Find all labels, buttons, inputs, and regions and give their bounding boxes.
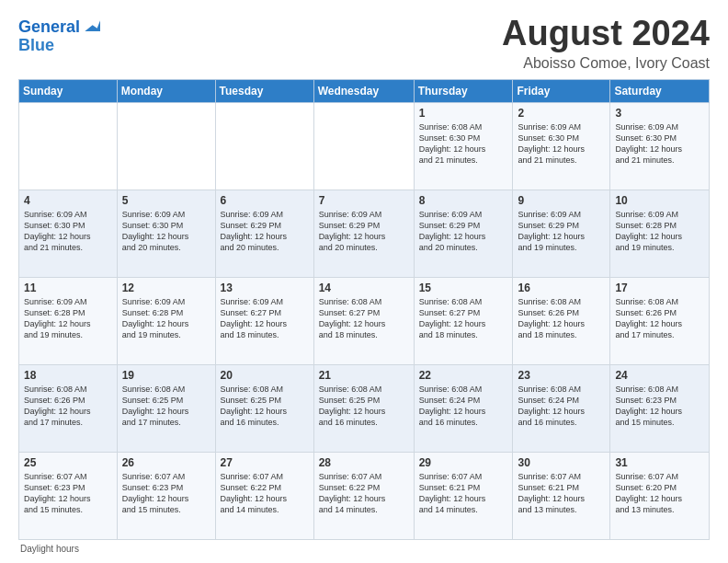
calendar-cell: 26Sunrise: 6:07 AM Sunset: 6:23 PM Dayli…	[117, 452, 215, 539]
calendar-week-row: 25Sunrise: 6:07 AM Sunset: 6:23 PM Dayli…	[19, 452, 710, 539]
calendar-cell: 13Sunrise: 6:09 AM Sunset: 6:27 PM Dayli…	[215, 277, 313, 364]
logo-icon	[82, 17, 100, 36]
day-number: 16	[518, 282, 605, 294]
day-number: 30	[518, 456, 605, 469]
day-number: 20	[221, 369, 309, 382]
day-info: Sunrise: 6:09 AM Sunset: 6:29 PM Dayligh…	[419, 209, 508, 254]
calendar-cell	[117, 102, 215, 190]
logo: General Blue	[18, 15, 100, 55]
calendar-cell: 9Sunrise: 6:09 AM Sunset: 6:29 PM Daylig…	[513, 190, 610, 277]
day-number: 1	[419, 107, 508, 120]
day-info: Sunrise: 6:07 AM Sunset: 6:22 PM Dayligh…	[221, 471, 309, 516]
day-info: Sunrise: 6:08 AM Sunset: 6:26 PM Dayligh…	[24, 384, 112, 429]
day-number: 18	[24, 369, 112, 382]
calendar-cell: 24Sunrise: 6:08 AM Sunset: 6:23 PM Dayli…	[610, 364, 710, 452]
day-number: 15	[419, 282, 508, 294]
day-info: Sunrise: 6:08 AM Sunset: 6:26 PM Dayligh…	[615, 296, 704, 341]
day-header-saturday: Saturday	[610, 79, 710, 102]
day-info: Sunrise: 6:09 AM Sunset: 6:28 PM Dayligh…	[24, 296, 112, 341]
calendar-cell: 7Sunrise: 6:09 AM Sunset: 6:29 PM Daylig…	[313, 190, 414, 277]
day-info: Sunrise: 6:09 AM Sunset: 6:30 PM Dayligh…	[24, 209, 112, 254]
day-number: 4	[24, 194, 112, 207]
header: General Blue August 2024 Aboisso Comoe, …	[18, 15, 710, 72]
calendar-cell: 27Sunrise: 6:07 AM Sunset: 6:22 PM Dayli…	[215, 452, 313, 539]
logo-text-line2: Blue	[18, 37, 100, 55]
calendar-cell: 30Sunrise: 6:07 AM Sunset: 6:21 PM Dayli…	[513, 452, 610, 539]
page: General Blue August 2024 Aboisso Comoe, …	[0, 0, 728, 563]
calendar-cell: 1Sunrise: 6:08 AM Sunset: 6:30 PM Daylig…	[414, 102, 513, 190]
day-info: Sunrise: 6:07 AM Sunset: 6:22 PM Dayligh…	[319, 471, 409, 516]
day-info: Sunrise: 6:08 AM Sunset: 6:25 PM Dayligh…	[122, 384, 210, 429]
calendar-cell: 28Sunrise: 6:07 AM Sunset: 6:22 PM Dayli…	[313, 452, 414, 539]
calendar-header-row: SundayMondayTuesdayWednesdayThursdayFrid…	[19, 79, 710, 102]
day-number: 9	[518, 194, 605, 207]
calendar-cell: 5Sunrise: 6:09 AM Sunset: 6:30 PM Daylig…	[117, 190, 215, 277]
day-info: Sunrise: 6:08 AM Sunset: 6:24 PM Dayligh…	[419, 384, 508, 429]
day-info: Sunrise: 6:07 AM Sunset: 6:21 PM Dayligh…	[419, 471, 508, 516]
day-number: 25	[24, 456, 112, 469]
day-info: Sunrise: 6:08 AM Sunset: 6:27 PM Dayligh…	[319, 296, 409, 341]
day-header-thursday: Thursday	[414, 79, 513, 102]
title-block: August 2024 Aboisso Comoe, Ivory Coast	[502, 15, 710, 72]
day-info: Sunrise: 6:09 AM Sunset: 6:28 PM Dayligh…	[615, 209, 704, 254]
day-number: 13	[221, 282, 309, 294]
calendar-title: August 2024	[502, 15, 710, 53]
calendar-cell: 10Sunrise: 6:09 AM Sunset: 6:28 PM Dayli…	[610, 190, 710, 277]
day-number: 14	[319, 282, 409, 294]
day-info: Sunrise: 6:08 AM Sunset: 6:24 PM Dayligh…	[518, 384, 605, 429]
day-info: Sunrise: 6:07 AM Sunset: 6:23 PM Dayligh…	[122, 471, 210, 516]
calendar-cell: 3Sunrise: 6:09 AM Sunset: 6:30 PM Daylig…	[610, 102, 710, 190]
calendar-week-row: 11Sunrise: 6:09 AM Sunset: 6:28 PM Dayli…	[19, 277, 710, 364]
footer: Daylight hours	[18, 544, 710, 554]
calendar-cell: 14Sunrise: 6:08 AM Sunset: 6:27 PM Dayli…	[313, 277, 414, 364]
day-header-monday: Monday	[117, 79, 215, 102]
day-info: Sunrise: 6:08 AM Sunset: 6:23 PM Dayligh…	[615, 384, 704, 429]
day-info: Sunrise: 6:09 AM Sunset: 6:28 PM Dayligh…	[122, 296, 210, 341]
day-info: Sunrise: 6:09 AM Sunset: 6:30 PM Dayligh…	[518, 121, 605, 167]
day-number: 23	[518, 369, 605, 382]
calendar-cell: 25Sunrise: 6:07 AM Sunset: 6:23 PM Dayli…	[19, 452, 118, 539]
calendar-cell: 16Sunrise: 6:08 AM Sunset: 6:26 PM Dayli…	[513, 277, 610, 364]
day-number: 29	[419, 456, 508, 469]
day-number: 3	[615, 107, 704, 120]
day-number: 27	[221, 456, 309, 469]
day-header-tuesday: Tuesday	[215, 79, 313, 102]
day-number: 10	[615, 194, 704, 207]
calendar-cell: 18Sunrise: 6:08 AM Sunset: 6:26 PM Dayli…	[19, 364, 118, 452]
day-number: 26	[122, 456, 210, 469]
day-info: Sunrise: 6:08 AM Sunset: 6:25 PM Dayligh…	[319, 384, 409, 429]
day-info: Sunrise: 6:09 AM Sunset: 6:27 PM Dayligh…	[221, 296, 309, 341]
calendar-cell: 31Sunrise: 6:07 AM Sunset: 6:20 PM Dayli…	[610, 452, 710, 539]
calendar-cell	[313, 102, 414, 190]
calendar-subtitle: Aboisso Comoe, Ivory Coast	[502, 55, 710, 72]
day-info: Sunrise: 6:07 AM Sunset: 6:21 PM Dayligh…	[518, 471, 605, 516]
calendar-table: SundayMondayTuesdayWednesdayThursdayFrid…	[18, 79, 710, 540]
day-header-friday: Friday	[513, 79, 610, 102]
calendar-cell: 23Sunrise: 6:08 AM Sunset: 6:24 PM Dayli…	[513, 364, 610, 452]
day-header-sunday: Sunday	[19, 79, 118, 102]
day-number: 12	[122, 282, 210, 294]
day-number: 21	[319, 369, 409, 382]
calendar-cell: 19Sunrise: 6:08 AM Sunset: 6:25 PM Dayli…	[117, 364, 215, 452]
day-number: 19	[122, 369, 210, 382]
calendar-cell: 6Sunrise: 6:09 AM Sunset: 6:29 PM Daylig…	[215, 190, 313, 277]
day-number: 24	[615, 369, 704, 382]
day-number: 11	[24, 282, 112, 294]
day-number: 8	[419, 194, 508, 207]
calendar-cell: 11Sunrise: 6:09 AM Sunset: 6:28 PM Dayli…	[19, 277, 118, 364]
svg-marker-0	[85, 20, 100, 31]
logo-text-line1: General	[18, 18, 80, 37]
day-number: 17	[615, 282, 704, 294]
calendar-cell: 20Sunrise: 6:08 AM Sunset: 6:25 PM Dayli…	[215, 364, 313, 452]
day-info: Sunrise: 6:09 AM Sunset: 6:30 PM Dayligh…	[615, 121, 704, 167]
day-info: Sunrise: 6:09 AM Sunset: 6:30 PM Dayligh…	[122, 209, 210, 254]
calendar-cell: 21Sunrise: 6:08 AM Sunset: 6:25 PM Dayli…	[313, 364, 414, 452]
calendar-week-row: 1Sunrise: 6:08 AM Sunset: 6:30 PM Daylig…	[19, 102, 710, 190]
day-info: Sunrise: 6:08 AM Sunset: 6:30 PM Dayligh…	[419, 121, 508, 167]
day-info: Sunrise: 6:09 AM Sunset: 6:29 PM Dayligh…	[518, 209, 605, 254]
day-info: Sunrise: 6:09 AM Sunset: 6:29 PM Dayligh…	[319, 209, 409, 254]
calendar-cell: 8Sunrise: 6:09 AM Sunset: 6:29 PM Daylig…	[414, 190, 513, 277]
day-number: 6	[221, 194, 309, 207]
day-number: 31	[615, 456, 704, 469]
day-info: Sunrise: 6:08 AM Sunset: 6:26 PM Dayligh…	[518, 296, 605, 341]
